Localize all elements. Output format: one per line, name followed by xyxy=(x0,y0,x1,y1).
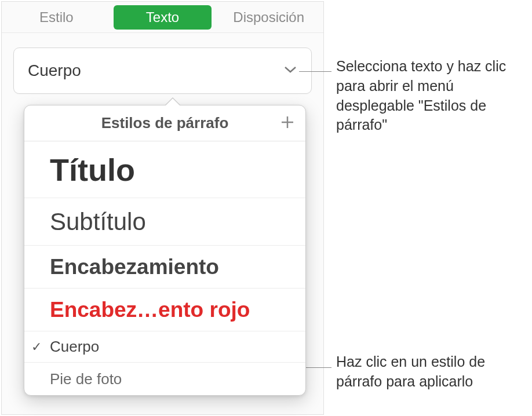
style-label: Cuerpo xyxy=(50,338,99,356)
style-label: Encabez…ento rojo xyxy=(50,298,250,322)
plus-icon[interactable] xyxy=(280,115,295,132)
tab-layout[interactable]: Disposición xyxy=(214,2,323,32)
style-option-cuerpo[interactable]: ✓ Cuerpo xyxy=(24,331,305,363)
format-panel: Estilo Texto Disposición Cuerpo Estilos … xyxy=(1,1,324,415)
chevron-down-icon xyxy=(283,65,297,76)
style-label: Título xyxy=(50,152,135,188)
style-option-pie-de-foto[interactable]: Pie de foto xyxy=(24,363,305,395)
tab-style[interactable]: Estilo xyxy=(2,2,111,32)
callout-leader-line xyxy=(299,71,331,72)
style-option-titulo[interactable]: Título xyxy=(24,141,305,198)
popover-header: Estilos de párrafo xyxy=(24,105,305,141)
style-label: Pie de foto xyxy=(50,370,122,388)
format-tabs: Estilo Texto Disposición xyxy=(2,2,323,33)
style-option-subtitulo[interactable]: Subtítulo xyxy=(24,198,305,246)
style-option-encabezamiento-rojo[interactable]: Encabez…ento rojo xyxy=(24,289,305,331)
popover-title: Estilos de párrafo xyxy=(101,114,229,132)
paragraph-style-current: Cuerpo xyxy=(28,61,81,80)
paragraph-styles-popover: Estilos de párrafo Título Subtítulo Enca… xyxy=(24,105,306,396)
style-option-encabezamiento[interactable]: Encabezamiento xyxy=(24,246,305,289)
callout-leader-line xyxy=(306,367,331,368)
check-icon: ✓ xyxy=(31,340,42,355)
style-label: Subtítulo xyxy=(50,208,146,236)
paragraph-style-selector[interactable]: Cuerpo xyxy=(13,48,312,94)
callout-text-2: Haz clic en un estilo de párrafo para ap… xyxy=(336,352,527,392)
tab-text[interactable]: Texto xyxy=(114,5,212,30)
callout-text-1: Selecciona texto y haz clic para abrir e… xyxy=(336,57,527,135)
style-label: Encabezamiento xyxy=(50,255,219,279)
